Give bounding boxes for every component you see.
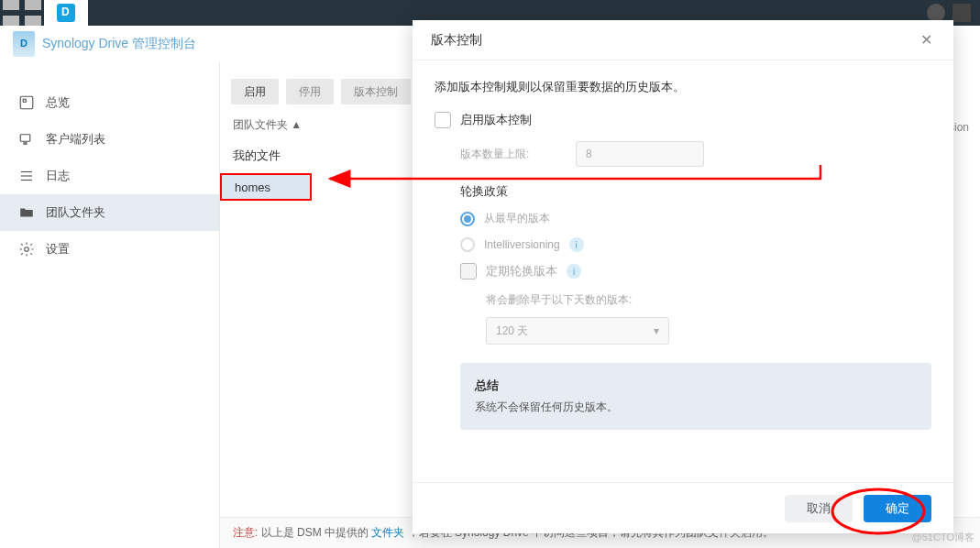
folder-link[interactable]: 文件夹 — [371, 526, 404, 539]
sidebar-item-settings[interactable]: 设置 — [0, 231, 219, 268]
svg-rect-0 — [3, 0, 19, 10]
list-item-homes[interactable]: homes — [220, 173, 312, 201]
max-versions-input[interactable] — [576, 141, 704, 167]
sidebar-item-label: 日志 — [46, 168, 70, 184]
gear-icon — [18, 241, 35, 258]
folder-icon — [18, 204, 35, 221]
dialog-footer: 取消 确定 — [413, 482, 953, 533]
svg-rect-7 — [24, 143, 27, 145]
policy-earliest-radio[interactable] — [460, 212, 475, 226]
dialog-title: 版本控制 — [431, 32, 482, 49]
apps-icon[interactable] — [0, 0, 44, 26]
svg-rect-4 — [20, 96, 33, 109]
cancel-button[interactable]: 取消 — [785, 495, 853, 522]
dialog-description: 添加版本控制规则以保留重要数据的历史版本。 — [435, 79, 931, 95]
sidebar-item-overview[interactable]: 总览 — [0, 84, 219, 121]
ok-button[interactable]: 确定 — [864, 495, 931, 522]
dialog-body: 添加版本控制规则以保留重要数据的历史版本。 启用版本控制 版本数量上限: 轮换政… — [413, 60, 953, 482]
disable-button[interactable]: 停用 — [286, 79, 334, 104]
log-icon — [18, 168, 35, 184]
periodic-rotate-checkbox[interactable] — [460, 263, 477, 279]
sidebar-item-label: 团队文件夹 — [46, 204, 105, 221]
watermark: @51CTO博客 — [912, 531, 974, 544]
svg-rect-5 — [23, 99, 26, 102]
days-select[interactable]: 120 天 ▾ — [486, 317, 669, 345]
delete-older-label: 将会删除早于以下天数的版本: — [486, 292, 931, 308]
sidebar-item-team-folders[interactable]: 团队文件夹 — [0, 194, 219, 231]
svg-rect-1 — [25, 0, 41, 10]
notification-icon[interactable] — [952, 4, 971, 22]
sidebar-item-clients[interactable]: 客户端列表 — [0, 121, 219, 158]
sidebar: 总览 客户端列表 日志 团队文件夹 设置 — [0, 62, 220, 548]
user-avatar-icon[interactable] — [927, 4, 945, 22]
rotation-policy-label: 轮换政策 — [460, 183, 931, 200]
policy-intelli-radio[interactable] — [460, 237, 475, 252]
enable-vc-label: 启用版本控制 — [460, 112, 532, 128]
overview-icon — [18, 94, 35, 111]
svg-rect-6 — [20, 135, 30, 142]
sidebar-item-label: 设置 — [46, 241, 70, 258]
sidebar-item-label: 客户端列表 — [46, 131, 105, 148]
window-title: Synology Drive 管理控制台 — [42, 36, 196, 52]
policy-intelli-label: Intelliversioning — [484, 238, 560, 251]
info-icon[interactable]: i — [567, 264, 581, 279]
chevron-down-icon: ▾ — [654, 324, 659, 337]
enable-button[interactable]: 启用 — [231, 79, 279, 104]
dialog-header: 版本控制 ✕ — [413, 20, 953, 60]
summary-box: 总结 系统不会保留任何历史版本。 — [460, 363, 931, 430]
policy-earliest-label: 从最早的版本 — [484, 211, 550, 226]
summary-text: 系统不会保留任何历史版本。 — [475, 400, 917, 415]
drive-icon — [13, 31, 35, 57]
info-icon[interactable]: i — [569, 237, 584, 252]
svg-point-11 — [25, 247, 29, 252]
version-control-button[interactable]: 版本控制 — [341, 79, 411, 104]
version-control-dialog: 版本控制 ✕ 添加版本控制规则以保留重要数据的历史版本。 启用版本控制 版本数量… — [413, 20, 953, 533]
sidebar-item-label: 总览 — [46, 94, 70, 111]
periodic-rotate-label: 定期轮换版本 — [486, 263, 557, 279]
summary-title: 总结 — [475, 378, 917, 394]
enable-vc-checkbox[interactable] — [435, 112, 451, 128]
close-icon[interactable]: ✕ — [917, 31, 935, 49]
app-tab-drive[interactable] — [44, 0, 88, 26]
clients-icon — [18, 131, 35, 148]
sidebar-item-logs[interactable]: 日志 — [0, 158, 219, 194]
max-versions-label: 版本数量上限: — [460, 147, 561, 162]
